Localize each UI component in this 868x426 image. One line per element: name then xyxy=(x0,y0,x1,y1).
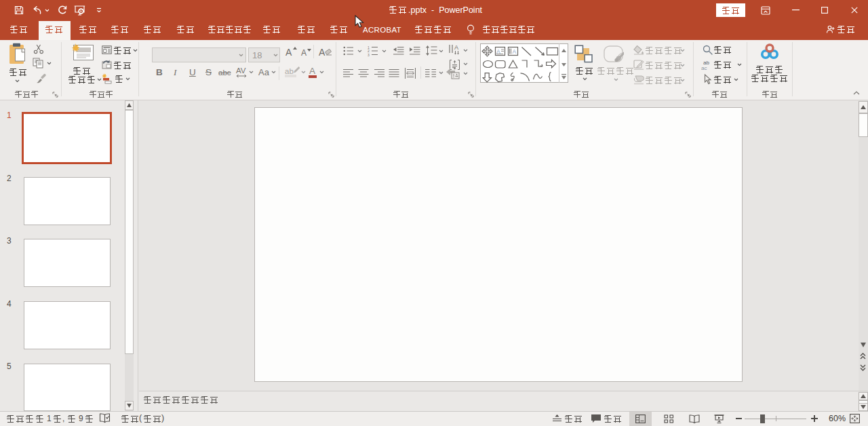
svg-text:3: 3 xyxy=(368,53,370,57)
svg-text:A: A xyxy=(454,44,458,51)
svg-text:A: A xyxy=(496,48,500,55)
svg-text:ac: ac xyxy=(701,65,707,71)
svg-text:A: A xyxy=(513,48,517,55)
